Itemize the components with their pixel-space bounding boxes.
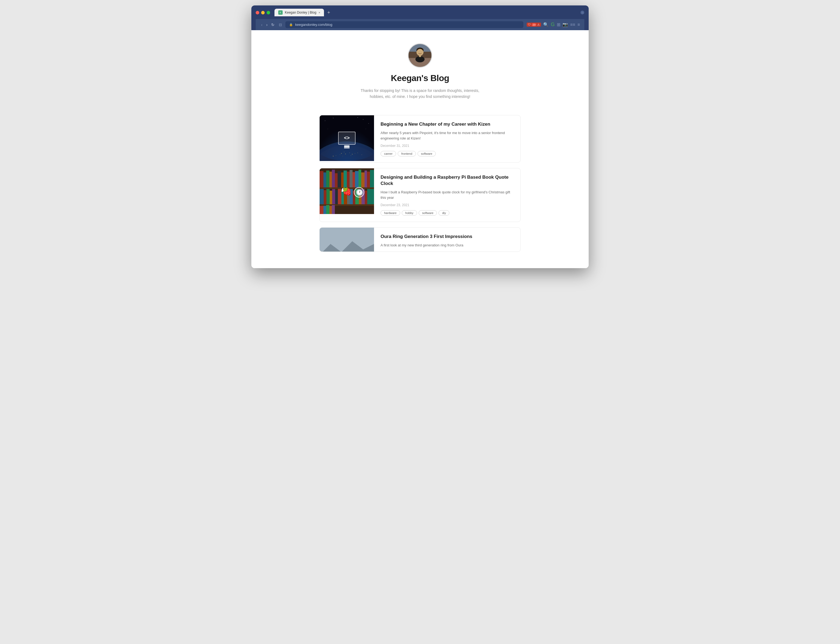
svg-point-12 bbox=[341, 153, 342, 154]
extension-3-button[interactable]: ⊞ bbox=[557, 22, 561, 27]
post-card[interactable]: ❝ 🕐 🍓 Designing and Building a Raspberry… bbox=[319, 168, 521, 222]
tag[interactable]: career bbox=[381, 151, 396, 156]
minimize-window-button[interactable] bbox=[261, 11, 265, 15]
tag[interactable]: diy bbox=[439, 210, 449, 216]
window-control-button[interactable]: ⊡ bbox=[580, 11, 584, 15]
tab-close-button[interactable]: × bbox=[319, 11, 320, 14]
reload-button[interactable]: ↻ bbox=[270, 22, 276, 28]
tag[interactable]: frontend bbox=[398, 151, 416, 156]
page-content: Keegan's Blog Thanks for stopping by! Th… bbox=[252, 30, 588, 268]
post-date: December 31, 2021 bbox=[381, 144, 514, 148]
post-thumbnail: <> bbox=[320, 115, 374, 161]
back-button[interactable]: ‹ bbox=[260, 22, 264, 28]
tab-bar: K Keegan Donley | Blog × + ⊡ bbox=[275, 9, 584, 16]
post-excerpt: A first look at my new third generation … bbox=[381, 243, 514, 248]
svg-point-13 bbox=[344, 152, 344, 152]
menu-button[interactable]: ≡ bbox=[577, 22, 580, 27]
svg-point-16 bbox=[349, 153, 350, 153]
svg-point-15 bbox=[345, 153, 346, 154]
extension-2-button[interactable]: G bbox=[551, 22, 555, 28]
post-tags: career frontend software bbox=[381, 151, 514, 156]
post-info: Beginning a New Chapter of my Career wit… bbox=[374, 115, 520, 163]
svg-point-14 bbox=[340, 154, 340, 155]
extension-4-button[interactable]: 📷 bbox=[562, 22, 568, 27]
shield-extension-button[interactable]: 🛡 23 ⚠ bbox=[527, 23, 541, 27]
svg-point-6 bbox=[415, 56, 425, 62]
traffic-lights bbox=[256, 11, 270, 15]
tag[interactable]: software bbox=[419, 210, 437, 216]
post-tags: hardware hobby software diy bbox=[381, 210, 514, 216]
svg-rect-88 bbox=[320, 228, 374, 252]
post-title: Designing and Building a Raspberry Pi Ba… bbox=[381, 174, 514, 187]
maximize-window-button[interactable] bbox=[266, 11, 270, 15]
extension-5-button[interactable]: ≡≡ bbox=[570, 22, 575, 27]
tag[interactable]: hardware bbox=[381, 210, 400, 216]
nav-buttons: ‹ › ↻ bbox=[260, 22, 276, 28]
svg-point-24 bbox=[351, 155, 351, 156]
forward-button[interactable]: › bbox=[265, 22, 269, 28]
blog-header: Keegan's Blog Thanks for stopping by! Th… bbox=[252, 30, 588, 108]
browser-window: K Keegan Donley | Blog × + ⊡ ‹ › ↻ ⊟ 🔒 k… bbox=[252, 5, 588, 268]
code-monitor-icon: <> bbox=[338, 131, 355, 145]
svg-rect-7 bbox=[419, 55, 421, 57]
svg-text:🕐: 🕐 bbox=[356, 189, 363, 196]
address-bar[interactable]: 🔒 keegandonley.com/blog bbox=[285, 21, 523, 28]
close-window-button[interactable] bbox=[256, 11, 259, 15]
svg-point-22 bbox=[362, 154, 362, 155]
svg-point-21 bbox=[333, 156, 334, 156]
svg-point-26 bbox=[333, 118, 334, 118]
post-card[interactable]: <> Beginning a New Chapter of my Career … bbox=[319, 115, 521, 163]
post-excerpt: After nearly 5 years with Pinpoint, it's… bbox=[381, 130, 514, 141]
post-thumbnail: ❝ 🕐 🍓 bbox=[320, 168, 374, 214]
post-info: Oura Ring Generation 3 First Impressions… bbox=[374, 228, 520, 251]
tag[interactable]: software bbox=[418, 151, 436, 156]
svg-point-28 bbox=[368, 123, 369, 124]
svg-point-5 bbox=[417, 49, 423, 56]
tab-favicon: K bbox=[278, 10, 283, 15]
svg-point-18 bbox=[355, 153, 355, 154]
extension-1-button[interactable]: 🔍 bbox=[543, 22, 549, 27]
new-tab-button[interactable]: + bbox=[325, 10, 332, 15]
post-title: Oura Ring Generation 3 First Impressions bbox=[381, 233, 514, 240]
tab-title: Keegan Donley | Blog bbox=[285, 11, 316, 15]
bookmark-button[interactable]: ⊟ bbox=[279, 23, 282, 27]
post-card[interactable]: Oura Ring Generation 3 First Impressions… bbox=[319, 227, 521, 252]
security-lock-icon: 🔒 bbox=[289, 23, 293, 26]
post-thumbnail bbox=[320, 228, 374, 252]
svg-point-20 bbox=[357, 153, 358, 153]
post-date: December 23, 2021 bbox=[381, 203, 514, 207]
raspberry-pi-icons: 🍓 bbox=[342, 187, 352, 196]
blog-subtitle: Thanks for stopping by! This is a space … bbox=[357, 87, 483, 100]
svg-point-25 bbox=[325, 120, 325, 121]
browser-toolbar: ‹ › ↻ ⊟ 🔒 keegandonley.com/blog 🛡 23 ⚠ 🔍… bbox=[256, 19, 584, 30]
address-text: keegandonley.com/blog bbox=[295, 23, 332, 27]
posts-container: <> Beginning a New Chapter of my Career … bbox=[314, 108, 526, 268]
active-tab[interactable]: K Keegan Donley | Blog × bbox=[275, 9, 324, 16]
avatar bbox=[408, 43, 432, 68]
browser-titlebar: K Keegan Donley | Blog × + ⊡ ‹ › ↻ ⊟ 🔒 k… bbox=[252, 5, 588, 30]
post-excerpt: How I built a Raspberry Pi-based book qu… bbox=[381, 189, 514, 200]
svg-point-27 bbox=[363, 119, 363, 120]
post-info: Designing and Building a Raspberry Pi Ba… bbox=[374, 168, 520, 222]
titlebar-top: K Keegan Donley | Blog × + ⊡ bbox=[256, 9, 584, 16]
svg-point-17 bbox=[352, 154, 353, 154]
blog-title: Keegan's Blog bbox=[257, 73, 583, 83]
svg-point-19 bbox=[336, 155, 336, 156]
svg-point-23 bbox=[342, 156, 343, 156]
svg-point-29 bbox=[357, 117, 358, 118]
post-title: Beginning a New Chapter of my Career wit… bbox=[381, 121, 514, 128]
browser-extensions: 🛡 23 ⚠ 🔍 G ⊞ 📷 ≡≡ ≡ bbox=[527, 22, 580, 28]
tag[interactable]: hobby bbox=[402, 210, 417, 216]
